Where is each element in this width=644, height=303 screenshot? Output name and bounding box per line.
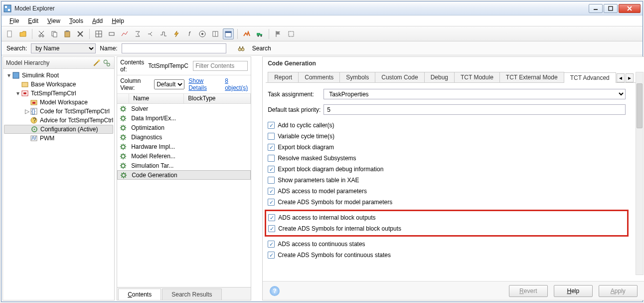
fx-icon[interactable]: f bbox=[184, 28, 195, 39]
checkbox[interactable] bbox=[268, 241, 275, 248]
search-label: Search: bbox=[6, 45, 27, 52]
chart-icon[interactable] bbox=[119, 28, 130, 39]
book-icon[interactable] bbox=[210, 28, 221, 39]
task-assignment-select[interactable]: TaskProperties bbox=[323, 89, 626, 99]
default-priority-input[interactable] bbox=[323, 104, 626, 115]
checkbox-row: Show parameters table in XAE bbox=[268, 175, 626, 186]
help-icon[interactable]: ? bbox=[270, 286, 280, 296]
checkbox[interactable] bbox=[268, 225, 275, 232]
svg-line-79 bbox=[121, 125, 122, 126]
col-name[interactable]: Name bbox=[129, 94, 184, 103]
tree-item[interactable]: ?Advice for TctSmplTempCtrl bbox=[4, 116, 113, 125]
cut-icon[interactable] bbox=[36, 28, 47, 39]
open-icon[interactable] bbox=[17, 28, 28, 39]
matlab-icon[interactable] bbox=[241, 28, 252, 39]
maximize-button[interactable] bbox=[604, 4, 618, 13]
wand-icon[interactable] bbox=[92, 58, 101, 67]
checkbox[interactable] bbox=[268, 177, 275, 184]
tab-tct-module[interactable]: TCT Module bbox=[454, 72, 500, 82]
contents-list[interactable]: SolverData Import/Ex...OptimizationDiagn… bbox=[117, 104, 251, 287]
search-by-select[interactable]: by Name bbox=[31, 43, 96, 53]
list-item[interactable]: Simulation Tar... bbox=[117, 161, 251, 170]
menu-edit[interactable]: Edit bbox=[24, 16, 42, 25]
svg-line-109 bbox=[121, 157, 122, 158]
tab-tct-advanced[interactable]: TCT Advanced bbox=[564, 72, 616, 83]
list-item[interactable]: Optimization bbox=[117, 123, 251, 132]
list-item[interactable]: Code Generation bbox=[117, 170, 251, 180]
svg-point-9 bbox=[42, 35, 44, 37]
list-item[interactable]: Hardware Impl... bbox=[117, 142, 251, 151]
list-item[interactable]: Data Import/Ex... bbox=[117, 113, 251, 123]
checkbox[interactable] bbox=[268, 122, 275, 129]
menu-add[interactable]: Add bbox=[88, 16, 107, 25]
paste-icon[interactable] bbox=[62, 28, 73, 39]
checkbox[interactable] bbox=[268, 199, 275, 206]
tab-contents[interactable]: Contents bbox=[118, 289, 161, 300]
help-button[interactable]: Help bbox=[554, 285, 593, 297]
tree-item[interactable]: Base Workspace bbox=[4, 80, 113, 89]
tree-item[interactable]: ▾TctSmplTempCtrl bbox=[4, 89, 113, 98]
search-button-label[interactable]: Search bbox=[249, 44, 274, 53]
col-blocktype[interactable]: BlockType bbox=[184, 94, 251, 103]
truck-icon[interactable] bbox=[254, 28, 265, 39]
column-view-select[interactable]: Default bbox=[154, 79, 184, 89]
revert-button[interactable]: Revert bbox=[509, 285, 548, 297]
copy-icon[interactable] bbox=[49, 28, 60, 39]
tree-item[interactable]: Model Workspace bbox=[4, 98, 113, 107]
signal-icon[interactable] bbox=[158, 28, 169, 39]
bolt-icon[interactable] bbox=[171, 28, 182, 39]
checkbox[interactable] bbox=[268, 252, 275, 259]
tab-comments[interactable]: Comments bbox=[298, 72, 340, 82]
show-details-link[interactable]: Show Details bbox=[188, 77, 217, 91]
block-icon[interactable] bbox=[106, 28, 117, 39]
minimize-button[interactable] bbox=[589, 4, 603, 13]
menu-file[interactable]: File bbox=[5, 16, 23, 25]
grid-icon[interactable] bbox=[93, 28, 104, 39]
tab-search-results[interactable]: Search Results bbox=[162, 289, 221, 300]
tab-custom-code[interactable]: Custom Code bbox=[375, 72, 424, 82]
tab-tct-external-mode[interactable]: TCT External Mode bbox=[499, 72, 564, 82]
calendar-icon[interactable] bbox=[223, 28, 234, 39]
list-item[interactable]: Model Referen... bbox=[117, 151, 251, 161]
new-icon[interactable] bbox=[4, 28, 15, 39]
tree-item[interactable]: ▷{}Code for TctSmplTempCtrl bbox=[4, 107, 113, 116]
tree-item[interactable]: PWM bbox=[4, 134, 113, 143]
fork-icon[interactable] bbox=[145, 28, 156, 39]
tab-symbols[interactable]: Symbols bbox=[339, 72, 375, 82]
filter-contents-input[interactable] bbox=[193, 61, 248, 71]
target-icon[interactable] bbox=[197, 28, 208, 39]
checkbox[interactable] bbox=[268, 188, 275, 195]
hierarchy-panel: Model Hierarchy ▾Simulink RootBase Works… bbox=[2, 56, 115, 301]
gears-icon[interactable] bbox=[102, 58, 111, 67]
binoculars-icon[interactable] bbox=[237, 44, 245, 52]
menu-help[interactable]: Help bbox=[108, 16, 128, 25]
menu-view[interactable]: View bbox=[43, 16, 64, 25]
checkbox[interactable] bbox=[268, 155, 275, 162]
apply-button[interactable]: Apply bbox=[599, 285, 638, 297]
checkbox[interactable] bbox=[268, 214, 275, 221]
sum-icon[interactable] bbox=[132, 28, 143, 39]
checkbox[interactable] bbox=[268, 166, 275, 173]
object-count-link[interactable]: 8 object(s) bbox=[225, 77, 248, 91]
vertical-scrollbar[interactable] bbox=[636, 72, 644, 275]
list-item[interactable]: Diagnostics bbox=[117, 132, 251, 142]
delete-icon[interactable] bbox=[75, 28, 86, 39]
flag-icon[interactable] bbox=[273, 28, 284, 39]
tab-scroll-left[interactable]: ◂ bbox=[617, 73, 625, 82]
checkbox[interactable] bbox=[268, 144, 275, 151]
search-name-input[interactable] bbox=[122, 43, 226, 53]
svg-point-74 bbox=[122, 126, 125, 129]
tab-scroll-right[interactable]: ▸ bbox=[626, 73, 634, 82]
checkbox[interactable] bbox=[268, 133, 275, 140]
checkbox-row: Create ADS Symbols for continuous states bbox=[268, 250, 626, 261]
tree-item[interactable]: Configuration (Active) bbox=[4, 125, 113, 134]
svg-line-72 bbox=[125, 116, 126, 117]
tab-report[interactable]: Report bbox=[268, 72, 299, 82]
select-icon[interactable] bbox=[286, 28, 297, 39]
hierarchy-tree[interactable]: ▾Simulink RootBase Workspace▾TctSmplTemp… bbox=[3, 69, 114, 300]
menu-tools[interactable]: Tools bbox=[65, 16, 87, 25]
list-item[interactable]: Solver bbox=[117, 104, 251, 113]
tab-debug[interactable]: Debug bbox=[424, 72, 455, 82]
tree-root[interactable]: ▾Simulink Root bbox=[4, 71, 113, 80]
close-button[interactable] bbox=[619, 4, 641, 13]
